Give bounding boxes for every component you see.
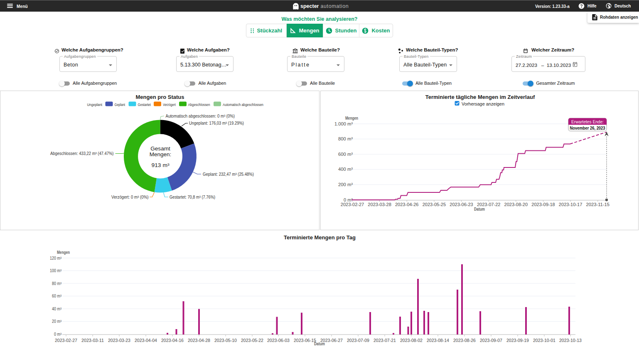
- svg-text:2023-06-23: 2023-06-23: [450, 202, 473, 207]
- svg-text:2023-07-21: 2023-07-21: [374, 338, 396, 343]
- svg-text:Terminierte Mengen pro Tag: Terminierte Mengen pro Tag: [284, 234, 356, 241]
- svg-text:2023-09-18: 2023-09-18: [531, 202, 555, 207]
- svg-text:2023-02-27: 2023-02-27: [55, 338, 77, 343]
- svg-text:2023-02-27: 2023-02-27: [341, 202, 364, 207]
- svg-text:Erwartetes Ende:: Erwartetes Ende:: [571, 119, 604, 124]
- svg-text:2023-09-19: 2023-09-19: [506, 338, 529, 343]
- svg-text:Verzögert: Verzögert: [163, 102, 176, 107]
- svg-text:2023-08-02: 2023-08-02: [400, 338, 423, 343]
- svg-text:2023-03-23: 2023-03-23: [108, 338, 130, 343]
- svg-text:0 m³: 0 m³: [54, 332, 62, 337]
- svg-text:2023-08-26: 2023-08-26: [453, 338, 476, 343]
- svg-text:2023-05-10: 2023-05-10: [214, 338, 237, 343]
- svg-text:913 m³: 913 m³: [152, 162, 170, 168]
- svg-text:Ungeplant: 176,03 m³ (19.29%): Ungeplant: 176,03 m³ (19.29%): [189, 121, 244, 125]
- svg-text:400 m³: 400 m³: [338, 167, 353, 172]
- svg-text:2023-06-15: 2023-06-15: [294, 338, 316, 343]
- svg-text:2023-07-09: 2023-07-09: [347, 338, 369, 343]
- svg-text:November 26, 2023: November 26, 2023: [570, 125, 605, 130]
- svg-text:1.000 m³: 1.000 m³: [334, 121, 353, 126]
- svg-text:2023-04-16: 2023-04-16: [161, 338, 184, 343]
- svg-text:Vorhersage anzeigen: Vorhersage anzeigen: [462, 101, 504, 106]
- svg-text:Geplant: 232,47 m³ (25.48%): Geplant: 232,47 m³ (25.48%): [203, 172, 254, 177]
- svg-text:20 m³: 20 m³: [52, 319, 62, 324]
- svg-text:Abgeschlossen: Abgeschlossen: [188, 102, 210, 107]
- svg-text:Mengen: Mengen: [57, 250, 70, 255]
- svg-text:2023-09-07: 2023-09-07: [480, 338, 502, 343]
- svg-text:2023-06-03: 2023-06-03: [267, 338, 290, 343]
- svg-text:Ungeplant: Ungeplant: [87, 102, 103, 107]
- svg-text:2023-08-14: 2023-08-14: [427, 338, 449, 343]
- svg-text:Datum: Datum: [474, 207, 485, 212]
- svg-text:2023-10-17: 2023-10-17: [559, 202, 582, 207]
- svg-text:Terminierte tägliche Mengen im: Terminierte tägliche Mengen im Zeitverla…: [425, 94, 535, 100]
- svg-text:100 m³: 100 m³: [50, 268, 62, 273]
- svg-text:Geplant: Geplant: [115, 102, 125, 107]
- svg-text:Datum: Datum: [314, 342, 325, 346]
- svg-text:40 m³: 40 m³: [52, 307, 62, 311]
- svg-text:2023-05-25: 2023-05-25: [423, 202, 446, 207]
- svg-text:Mengen:: Mengen:: [150, 151, 172, 157]
- svg-text:2023-11-15: 2023-11-15: [586, 202, 610, 207]
- svg-text:Mengen pro Status: Mengen pro Status: [135, 94, 184, 100]
- svg-text:Automatisch abgeschlossen: 0 m: Automatisch abgeschlossen: 0 m³ (0%): [166, 114, 235, 118]
- svg-text:2023-07-22: 2023-07-22: [477, 202, 501, 207]
- svg-text:Automatisch abgeschlossen: Automatisch abgeschlossen: [223, 102, 263, 107]
- svg-text:80 m³: 80 m³: [52, 281, 62, 286]
- svg-text:2023-04-04: 2023-04-04: [135, 338, 157, 343]
- svg-text:2023-03-11: 2023-03-11: [81, 338, 104, 343]
- svg-text:2023-10-01: 2023-10-01: [533, 338, 555, 343]
- svg-text:60 m³: 60 m³: [52, 294, 62, 298]
- svg-text:Gestartet: 70,8 m³ (7.76%): Gestartet: 70,8 m³ (7.76%): [170, 195, 215, 199]
- svg-text:2023-10-13: 2023-10-13: [559, 338, 582, 343]
- svg-text:Gesamt: Gesamt: [150, 145, 170, 152]
- svg-text:200 m³: 200 m³: [338, 182, 353, 187]
- svg-text:Abgeschlossen: 433,22 m³ (47.4: Abgeschlossen: 433,22 m³ (47.47%): [50, 151, 114, 156]
- svg-text:Gestartet: Gestartet: [138, 102, 151, 107]
- svg-text:2023-04-28: 2023-04-28: [188, 338, 210, 343]
- svg-text:Verzögert: 0 m³ (0%): Verzögert: 0 m³ (0%): [111, 195, 149, 199]
- svg-text:2023-05-22: 2023-05-22: [241, 338, 263, 343]
- svg-text:120 m³: 120 m³: [50, 256, 62, 261]
- svg-text:600 m³: 600 m³: [338, 152, 353, 157]
- svg-text:2023-08-20: 2023-08-20: [504, 202, 528, 207]
- svg-text:2023-03-28: 2023-03-28: [368, 202, 391, 207]
- svg-text:2023-04-26: 2023-04-26: [395, 202, 419, 207]
- svg-text:800 m³: 800 m³: [338, 136, 353, 141]
- svg-text:Mengen: Mengen: [345, 116, 358, 121]
